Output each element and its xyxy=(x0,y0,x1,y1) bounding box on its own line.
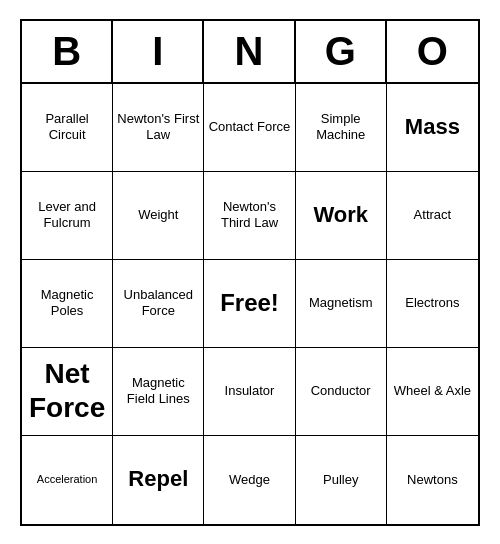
bingo-cell-0: Parallel Circuit xyxy=(22,84,113,172)
bingo-cell-20: Acceleration xyxy=(22,436,113,524)
bingo-cell-9: Attract xyxy=(387,172,478,260)
bingo-cell-23: Pulley xyxy=(296,436,387,524)
bingo-cell-7: Newton's Third Law xyxy=(204,172,295,260)
bingo-cell-19: Wheel & Axle xyxy=(387,348,478,436)
bingo-cell-8: Work xyxy=(296,172,387,260)
bingo-cell-12: Free! xyxy=(204,260,295,348)
bingo-letter-n: N xyxy=(204,21,295,82)
bingo-cell-5: Lever and Fulcrum xyxy=(22,172,113,260)
bingo-cell-18: Conductor xyxy=(296,348,387,436)
bingo-cell-13: Magnetism xyxy=(296,260,387,348)
bingo-grid: Parallel CircuitNewton's First LawContac… xyxy=(22,84,478,524)
bingo-cell-10: Magnetic Poles xyxy=(22,260,113,348)
bingo-cell-17: Insulator xyxy=(204,348,295,436)
bingo-cell-16: Magnetic Field Lines xyxy=(113,348,204,436)
bingo-cell-2: Contact Force xyxy=(204,84,295,172)
bingo-cell-6: Weight xyxy=(113,172,204,260)
bingo-card: BINGO Parallel CircuitNewton's First Law… xyxy=(20,19,480,526)
bingo-cell-24: Newtons xyxy=(387,436,478,524)
bingo-cell-14: Electrons xyxy=(387,260,478,348)
bingo-letter-b: B xyxy=(22,21,113,82)
bingo-cell-11: Unbalanced Force xyxy=(113,260,204,348)
bingo-cell-3: Simple Machine xyxy=(296,84,387,172)
bingo-letter-o: O xyxy=(387,21,478,82)
bingo-cell-22: Wedge xyxy=(204,436,295,524)
bingo-letter-i: I xyxy=(113,21,204,82)
bingo-cell-1: Newton's First Law xyxy=(113,84,204,172)
bingo-cell-4: Mass xyxy=(387,84,478,172)
bingo-header: BINGO xyxy=(22,21,478,84)
bingo-letter-g: G xyxy=(296,21,387,82)
bingo-cell-21: Repel xyxy=(113,436,204,524)
bingo-cell-15: Net Force xyxy=(22,348,113,436)
